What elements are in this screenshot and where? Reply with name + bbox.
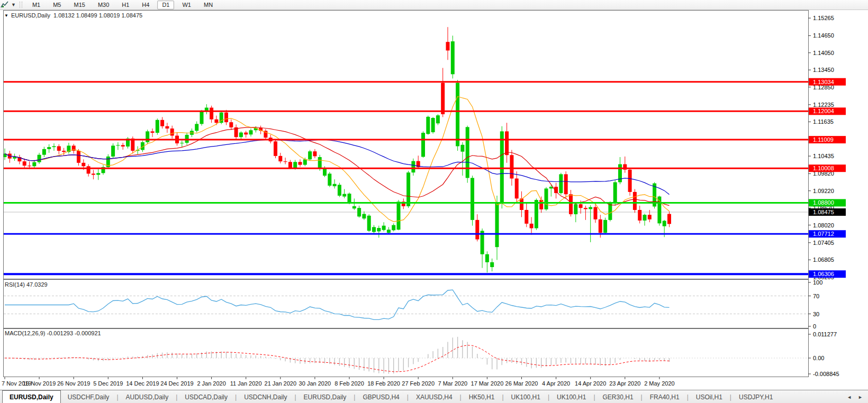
chart-tab-0-eurusd-daily[interactable]: EURUSD,Daily xyxy=(2,390,61,403)
timeframe-button-h1[interactable]: H1 xyxy=(117,1,134,10)
price-tick-label: 1.07405 xyxy=(813,240,834,246)
bear-candle xyxy=(214,120,218,123)
chart-tab-13-usoil-h1[interactable]: USOil,H1 xyxy=(689,390,729,403)
chart-tab-8-hk50-h1[interactable]: HK50,H1 xyxy=(462,390,502,403)
chart-tab-11-ger30-h1[interactable]: GER30,H1 xyxy=(596,390,640,403)
bear-candle xyxy=(584,208,587,209)
price-tick-label: 1.15265 xyxy=(813,15,834,21)
bull-candle xyxy=(367,216,371,231)
rsi-indicator-label: RSI(14) 47.0329 xyxy=(5,281,48,288)
bull-candle xyxy=(495,203,499,247)
timeframe-button-mn[interactable]: MN xyxy=(199,1,218,10)
chart-title-text: EURUSD,Daily 1.08132 1.08499 1.08019 1.0… xyxy=(11,12,142,19)
timeframe-button-m30[interactable]: M30 xyxy=(93,1,114,10)
bull-candle xyxy=(96,173,100,175)
bull-candle xyxy=(200,112,204,124)
bear-candle xyxy=(510,155,513,178)
chart-tab-7-xauusd-h4[interactable]: XAUUSD,H4 xyxy=(409,390,459,403)
bull-candle xyxy=(392,225,395,231)
bear-candle xyxy=(278,156,282,161)
rsi-scale-label: 0 xyxy=(813,323,816,329)
level-price-label: 1.06306 xyxy=(813,271,834,277)
chart-tab-3-usdcad-daily[interactable]: USDCAD,Daily xyxy=(178,390,234,403)
bull-candle xyxy=(643,215,647,221)
timeframe-button-m15[interactable]: M15 xyxy=(69,1,89,10)
bear-candle xyxy=(441,83,445,114)
date-label: 4 Apr 2020 xyxy=(542,380,570,387)
date-label: 2 May 2020 xyxy=(644,380,674,387)
tab-scroll-right-icon[interactable]: ► xyxy=(858,395,863,400)
bear-candle xyxy=(530,224,534,228)
bear-candle xyxy=(170,129,174,136)
bull-candle xyxy=(342,194,346,197)
bull-candle xyxy=(500,131,504,203)
price-tick-label: 1.11635 xyxy=(813,118,834,125)
date-label: 18 Feb 2020 xyxy=(367,380,400,387)
price-tick-label: 1.09220 xyxy=(813,188,834,194)
chart-tab-2-audusd-daily[interactable]: AUDUSD,Daily xyxy=(119,390,176,403)
bull-candle xyxy=(348,194,351,203)
symbol-dropdown-icon[interactable]: ▼ xyxy=(4,13,8,18)
date-label: 26 Nov 2019 xyxy=(57,380,90,387)
bear-candle xyxy=(121,145,125,146)
date-label: 27 Feb 2020 xyxy=(402,380,435,387)
bull-candle xyxy=(333,184,337,186)
bear-candle xyxy=(224,113,228,122)
bear-candle xyxy=(28,166,31,166)
bull-candle xyxy=(318,157,322,169)
chart-tab-12-fra40-h1[interactable]: FRA40,H1 xyxy=(643,390,686,403)
bear-candle xyxy=(564,174,568,194)
bull-candle xyxy=(352,206,356,208)
chart-background xyxy=(0,10,868,403)
chart-tab-14-usdjpy-h1[interactable]: USDJPY,H1 xyxy=(732,390,780,403)
bull-candle xyxy=(421,133,425,157)
bear-candle xyxy=(446,42,450,50)
toolbar-grip[interactable] xyxy=(20,2,22,8)
bear-candle xyxy=(525,210,528,224)
chart-tab-5-eurusd-daily[interactable]: EURUSD,Daily xyxy=(297,390,354,403)
chart-tab-4-usdcnh-daily[interactable]: USDCNH,Daily xyxy=(237,390,294,403)
chart-type-icon[interactable] xyxy=(0,1,10,8)
chart-tab-10-uk100-h1[interactable]: UK100,H1 xyxy=(550,390,593,403)
date-label: 26 Mar 2020 xyxy=(505,380,538,387)
macd-scale-label: -0.008845 xyxy=(813,371,839,377)
date-label: 11 Jan 2020 xyxy=(230,380,262,387)
timeframe-button-m1[interactable]: M1 xyxy=(28,1,45,10)
chart-tab-1-usdchf-daily[interactable]: USDCHF,Daily xyxy=(61,390,116,403)
bull-candle xyxy=(195,124,198,131)
date-label: 16 Nov 2019 xyxy=(23,380,56,387)
bull-candle xyxy=(293,162,297,168)
bull-candle xyxy=(13,157,16,159)
timeframe-button-d1[interactable]: D1 xyxy=(157,1,174,10)
chevron-down-icon[interactable]: ▼ xyxy=(11,2,16,7)
chart-tab-9-uk100-h1[interactable]: UK100,H1 xyxy=(504,390,547,403)
bear-candle xyxy=(599,219,602,233)
bull-candle xyxy=(111,145,115,157)
bull-candle xyxy=(303,159,307,164)
tab-scroll-left-icon[interactable]: ◄ xyxy=(847,395,852,400)
bear-candle xyxy=(62,151,66,152)
date-label: 14 Dec 2019 xyxy=(126,380,159,387)
date-label: 7 Mar 2020 xyxy=(438,380,467,387)
zigzag-icon xyxy=(1,1,10,8)
bear-candle xyxy=(313,151,317,156)
bear-candle xyxy=(288,162,292,168)
chart-tab-6-gbpusd-h4[interactable]: GBPUSD,H4 xyxy=(356,390,406,403)
bull-candle xyxy=(249,130,253,134)
timeframe-button-w1[interactable]: W1 xyxy=(177,1,196,10)
bid-price-label: 1.08475 xyxy=(813,209,834,215)
bull-candle xyxy=(466,127,469,178)
date-label: 24 Dec 2019 xyxy=(160,380,193,387)
level-price-label: 1.11009 xyxy=(813,136,834,143)
bear-candle xyxy=(210,108,213,120)
bull-candle xyxy=(52,146,56,147)
timeframe-button-h4[interactable]: H4 xyxy=(137,1,154,10)
bear-candle xyxy=(244,133,248,135)
date-label: 23 Apr 2020 xyxy=(609,380,640,387)
bull-candle xyxy=(338,185,341,196)
bull-candle xyxy=(490,262,494,267)
bull-candle xyxy=(387,230,391,233)
chart-tab-bar: EURUSD,DailyUSDCHF,Daily|AUDUSD,Daily|US… xyxy=(0,390,868,403)
bull-candle xyxy=(406,172,410,206)
timeframe-button-m5[interactable]: M5 xyxy=(48,1,66,10)
